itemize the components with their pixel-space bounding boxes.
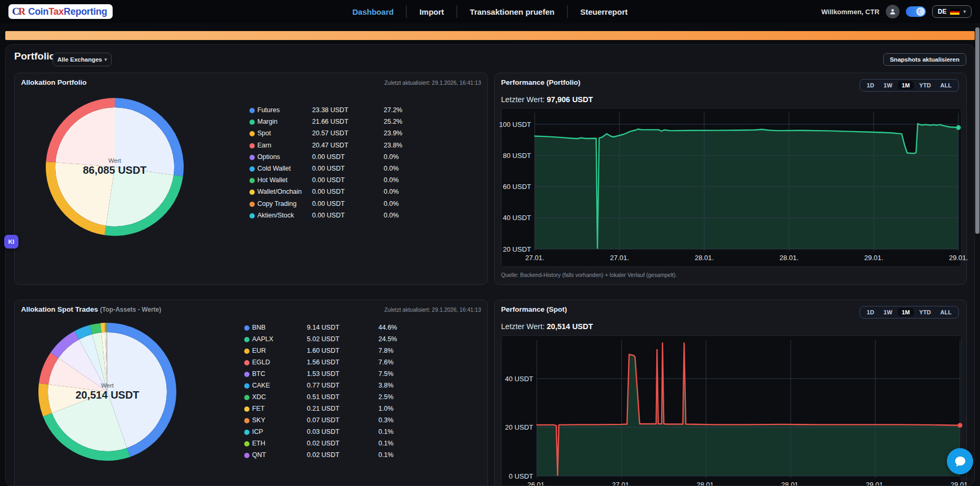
legend-item-margin[interactable]: Margin21.66 USDT25.2%	[15, 118, 487, 126]
legend-item-earn[interactable]: Earn20.47 USDT23.8%	[15, 142, 487, 150]
legend-percent: 0.0%	[384, 188, 399, 195]
svg-text:28.01.: 28.01.	[781, 481, 800, 486]
moon-icon: ☾	[916, 7, 925, 16]
legend-item-bnb[interactable]: BNB9.14 USDT44.6%	[15, 324, 487, 332]
spot-performance-chart: 26.01.27.01.28.01.28.01.29.01.29.01.0 US…	[501, 335, 962, 486]
language-selector[interactable]: DE ▾	[932, 5, 972, 18]
legend-label: Margin	[257, 118, 277, 125]
ki-assistant-button[interactable]: KI	[4, 235, 18, 249]
legend-item-eth[interactable]: ETH0.02 USDT0.1%	[15, 440, 487, 448]
nav-item-transaktionen-pruefen[interactable]: Transaktionen pruefen	[457, 7, 567, 16]
card-title: Performance (Portfolio)	[501, 78, 581, 86]
page-title: Portfolio	[14, 51, 55, 62]
range-button-ytd[interactable]: YTD	[916, 308, 935, 316]
legend-item-btc[interactable]: BTC1.53 USDT7.5%	[15, 370, 487, 379]
legend-item-wallet-onchain[interactable]: Wallet/Onchain0.00 USDT0.0%	[15, 188, 487, 196]
legend-label: XDC	[252, 393, 266, 401]
legend-color-dot	[244, 337, 249, 342]
legend-color-dot	[244, 441, 249, 447]
portfolio-allocation-legend: Futures23.38 USDT27.2%Margin21.66 USDT25…	[15, 73, 487, 284]
range-button-1w[interactable]: 1W	[880, 308, 896, 316]
legend-value: 0.00 USDT	[312, 176, 345, 184]
legend-label: AAPLX	[252, 335, 273, 343]
legend-value: 9.14 USDT	[307, 324, 339, 331]
legend-item-cake[interactable]: CAKE0.77 USDT3.8%	[15, 382, 487, 390]
svg-text:40 USDT: 40 USDT	[505, 375, 534, 383]
legend-item-copy-trading[interactable]: Copy Trading0.00 USDT0.0%	[15, 200, 487, 209]
legend-percent: 7.5%	[378, 370, 394, 378]
nav-item-steuerreport[interactable]: Steuerreport	[567, 7, 640, 16]
svg-text:28.01.: 28.01.	[697, 481, 716, 486]
legend-color-dot	[249, 190, 255, 195]
legend-label: Futures	[257, 106, 279, 114]
svg-text:20 USDT: 20 USDT	[503, 245, 532, 253]
portfolio-panel: Portfolio Alle Exchanges ▾ Snapshots akt…	[5, 44, 975, 486]
legend-color-dot	[249, 166, 255, 172]
legend-value: 21.66 USDT	[312, 118, 348, 125]
legend-value: 1.53 USDT	[307, 370, 339, 378]
range-selector-portfolio: 1D1W1MYTDALL	[859, 79, 959, 92]
legend-percent: 3.8%	[378, 382, 394, 389]
legend-percent: 1.0%	[378, 405, 394, 412]
legend-item-icp[interactable]: ICP0.03 USDT0.1%	[15, 428, 487, 437]
range-button-1m[interactable]: 1M	[898, 81, 913, 90]
chevron-down-icon: ▾	[963, 9, 966, 14]
range-button-all[interactable]: ALL	[937, 308, 955, 316]
legend-label: Wallet/Onchain	[257, 188, 302, 195]
legend-item-aaplx[interactable]: AAPLX5.02 USDT24.5%	[15, 335, 487, 344]
legend-item-spot[interactable]: Spot20.57 USDT23.9%	[15, 130, 487, 138]
legend-percent: 0.0%	[384, 153, 399, 161]
legend-item-options[interactable]: Options0.00 USDT0.0%	[15, 153, 487, 162]
legend-value: 1.60 USDT	[307, 347, 339, 354]
svg-text:29.01.: 29.01.	[949, 254, 968, 262]
chat-launcher-button[interactable]	[947, 448, 973, 474]
range-button-1m[interactable]: 1M	[898, 308, 913, 316]
last-value: 97,906 USDT	[547, 95, 593, 104]
allocation-spot-card: Allokation Spot Trades (Top-Assets - Wer…	[14, 300, 488, 486]
legend-percent: 0.3%	[378, 416, 394, 424]
svg-text:80 USDT: 80 USDT	[503, 152, 532, 160]
legend-item-aktien-stock[interactable]: Aktien/Stock0.00 USDT0.0%	[15, 212, 487, 220]
exchange-filter-value: Alle Exchanges	[57, 56, 102, 63]
range-button-1d[interactable]: 1D	[863, 308, 878, 316]
legend-item-cold-wallet[interactable]: Cold Wallet0.00 USDT0.0%	[15, 165, 487, 173]
legend-percent: 0.1%	[378, 440, 394, 447]
nav-item-dashboard[interactable]: Dashboard	[340, 7, 406, 16]
legend-value: 0.77 USDT	[307, 382, 339, 389]
legend-color-dot	[249, 120, 255, 125]
legend-value: 20.57 USDT	[312, 130, 348, 137]
legend-item-eur[interactable]: EUR1.60 USDT7.8%	[15, 347, 487, 355]
legend-label: Copy Trading	[257, 200, 296, 207]
legend-label: SKY	[252, 416, 265, 424]
nav-item-import[interactable]: Import	[407, 7, 457, 16]
legend-percent: 0.0%	[384, 200, 399, 207]
theme-toggle[interactable]: ☾	[906, 6, 926, 17]
legend-item-egld[interactable]: EGLD1.56 USDT7.6%	[15, 359, 487, 367]
legend-item-sky[interactable]: SKY0.07 USDT0.3%	[15, 416, 487, 425]
app-logo[interactable]: CR CoinTaxReporting	[8, 4, 113, 19]
legend-value: 0.00 USDT	[312, 212, 345, 219]
range-button-1w[interactable]: 1W	[880, 81, 896, 90]
portfolio-performance-chart: 27.01.27.01.28.01.28.01.29.01.29.01.20 U…	[501, 108, 962, 267]
range-button-all[interactable]: ALL	[937, 81, 955, 90]
allocation-portfolio-card: Allokation Portfolio Zuletzt aktualisier…	[14, 73, 488, 285]
app-header: CR CoinTaxReporting DashboardImportTrans…	[0, 0, 980, 23]
user-avatar[interactable]	[886, 5, 899, 18]
legend-item-xdc[interactable]: XDC0.51 USDT2.5%	[15, 393, 487, 402]
svg-text:29.01.: 29.01.	[951, 481, 969, 486]
chevron-down-icon: ▾	[104, 57, 107, 62]
range-button-ytd[interactable]: YTD	[916, 81, 935, 90]
legend-value: 0.03 USDT	[307, 428, 339, 435]
legend-item-qnt[interactable]: QNT0.02 USDT0.1%	[15, 451, 487, 460]
exchange-filter-select[interactable]: Alle Exchanges ▾	[53, 53, 112, 66]
legend-item-fet[interactable]: FET0.21 USDT1.0%	[15, 405, 487, 413]
snapshots-refresh-button[interactable]: Snapshots aktualisieren	[883, 53, 966, 66]
range-button-1d[interactable]: 1D	[863, 81, 878, 90]
last-value: 20,514 USDT	[547, 322, 593, 331]
legend-item-futures[interactable]: Futures23.38 USDT27.2%	[15, 106, 487, 115]
legend-item-hot-wallet[interactable]: Hot Wallet0.00 USDT0.0%	[15, 176, 487, 185]
scrollbar-thumb[interactable]	[975, 27, 979, 234]
page-scrollbar[interactable]	[975, 23, 980, 486]
legend-percent: 0.0%	[384, 176, 399, 184]
legend-color-dot	[244, 383, 249, 389]
